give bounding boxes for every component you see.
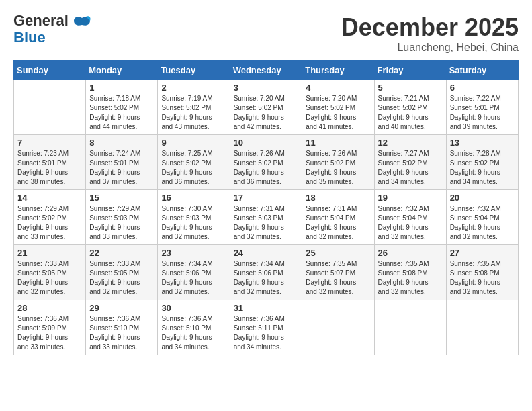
day-number: 29: [89, 303, 154, 313]
calendar-cell: 8Sunrise: 7:24 AM Sunset: 5:01 PM Daylig…: [86, 135, 158, 190]
calendar-cell: 28Sunrise: 7:36 AM Sunset: 5:09 PM Dayli…: [14, 300, 86, 355]
calendar-cell: 29Sunrise: 7:36 AM Sunset: 5:10 PM Dayli…: [86, 300, 158, 355]
day-number: 11: [306, 138, 370, 148]
day-number: 15: [89, 193, 154, 203]
day-number: 9: [161, 138, 226, 148]
calendar-cell: 17Sunrise: 7:31 AM Sunset: 5:03 PM Dayli…: [230, 190, 302, 245]
day-number: 12: [378, 138, 443, 148]
calendar-cell: 9Sunrise: 7:25 AM Sunset: 5:02 PM Daylig…: [158, 135, 230, 190]
calendar-cell: 5Sunrise: 7:21 AM Sunset: 5:02 PM Daylig…: [374, 80, 446, 135]
calendar-week-row: 21Sunrise: 7:33 AM Sunset: 5:05 PM Dayli…: [14, 245, 519, 300]
day-info: Sunrise: 7:35 AM Sunset: 5:08 PM Dayligh…: [450, 259, 515, 297]
day-info: Sunrise: 7:36 AM Sunset: 5:11 PM Dayligh…: [234, 314, 299, 352]
calendar-cell: 7Sunrise: 7:23 AM Sunset: 5:01 PM Daylig…: [14, 135, 86, 190]
day-info: Sunrise: 7:35 AM Sunset: 5:08 PM Dayligh…: [378, 259, 443, 297]
day-info: Sunrise: 7:28 AM Sunset: 5:02 PM Dayligh…: [450, 149, 515, 187]
calendar-cell: 6Sunrise: 7:22 AM Sunset: 5:01 PM Daylig…: [446, 80, 518, 135]
day-number: 25: [306, 248, 370, 258]
day-info: Sunrise: 7:20 AM Sunset: 5:02 PM Dayligh…: [306, 94, 370, 132]
calendar-cell: 14Sunrise: 7:29 AM Sunset: 5:02 PM Dayli…: [14, 190, 86, 245]
calendar-cell: 26Sunrise: 7:35 AM Sunset: 5:08 PM Dayli…: [374, 245, 446, 300]
title-area: December 2025 Luancheng, Hebei, China: [341, 13, 519, 54]
day-info: Sunrise: 7:23 AM Sunset: 5:01 PM Dayligh…: [17, 149, 82, 187]
day-number: 6: [450, 83, 515, 93]
logo-blue-text: Blue: [13, 29, 46, 46]
day-info: Sunrise: 7:32 AM Sunset: 5:04 PM Dayligh…: [378, 204, 443, 242]
day-number: 18: [306, 193, 370, 203]
day-number: 2: [161, 83, 226, 93]
calendar-cell: 18Sunrise: 7:31 AM Sunset: 5:04 PM Dayli…: [302, 190, 374, 245]
calendar-cell: 11Sunrise: 7:26 AM Sunset: 5:02 PM Dayli…: [302, 135, 374, 190]
month-title: December 2025: [341, 13, 519, 42]
calendar-cell: 12Sunrise: 7:27 AM Sunset: 5:02 PM Dayli…: [374, 135, 446, 190]
day-info: Sunrise: 7:29 AM Sunset: 5:03 PM Dayligh…: [89, 204, 154, 242]
day-info: Sunrise: 7:26 AM Sunset: 5:02 PM Dayligh…: [234, 149, 299, 187]
day-number: 31: [234, 303, 299, 313]
calendar-week-row: 28Sunrise: 7:36 AM Sunset: 5:09 PM Dayli…: [14, 300, 519, 355]
day-info: Sunrise: 7:20 AM Sunset: 5:02 PM Dayligh…: [234, 94, 299, 132]
calendar-cell: 21Sunrise: 7:33 AM Sunset: 5:05 PM Dayli…: [14, 245, 86, 300]
calendar-week-row: 7Sunrise: 7:23 AM Sunset: 5:01 PM Daylig…: [14, 135, 519, 190]
day-number: 16: [161, 193, 226, 203]
day-number: 8: [89, 138, 154, 148]
calendar-cell: 30Sunrise: 7:36 AM Sunset: 5:10 PM Dayli…: [158, 300, 230, 355]
logo-general-text: General: [13, 12, 69, 29]
day-info: Sunrise: 7:21 AM Sunset: 5:02 PM Dayligh…: [378, 94, 443, 132]
calendar-cell: 3Sunrise: 7:20 AM Sunset: 5:02 PM Daylig…: [230, 80, 302, 135]
calendar-week-row: 14Sunrise: 7:29 AM Sunset: 5:02 PM Dayli…: [14, 190, 519, 245]
calendar-header-row: SundayMondayTuesdayWednesdayThursdayFrid…: [14, 61, 519, 80]
calendar-cell: 19Sunrise: 7:32 AM Sunset: 5:04 PM Dayli…: [374, 190, 446, 245]
weekday-header-monday: Monday: [86, 61, 158, 80]
day-info: Sunrise: 7:33 AM Sunset: 5:05 PM Dayligh…: [89, 259, 154, 297]
day-number: 17: [234, 193, 299, 203]
day-info: Sunrise: 7:25 AM Sunset: 5:02 PM Dayligh…: [161, 149, 226, 187]
day-number: 19: [378, 193, 443, 203]
day-info: Sunrise: 7:30 AM Sunset: 5:03 PM Dayligh…: [161, 204, 226, 242]
day-info: Sunrise: 7:31 AM Sunset: 5:03 PM Dayligh…: [234, 204, 299, 242]
calendar-cell: 10Sunrise: 7:26 AM Sunset: 5:02 PM Dayli…: [230, 135, 302, 190]
calendar-cell: 23Sunrise: 7:34 AM Sunset: 5:06 PM Dayli…: [158, 245, 230, 300]
calendar-cell: [446, 300, 518, 355]
location-title: Luancheng, Hebei, China: [341, 42, 519, 54]
day-info: Sunrise: 7:35 AM Sunset: 5:07 PM Dayligh…: [306, 259, 370, 297]
day-number: 26: [378, 248, 443, 258]
day-info: Sunrise: 7:19 AM Sunset: 5:02 PM Dayligh…: [161, 94, 226, 132]
calendar-cell: 20Sunrise: 7:32 AM Sunset: 5:04 PM Dayli…: [446, 190, 518, 245]
weekday-header-saturday: Saturday: [446, 61, 518, 80]
calendar-cell: 13Sunrise: 7:28 AM Sunset: 5:02 PM Dayli…: [446, 135, 518, 190]
day-number: 23: [161, 248, 226, 258]
logo: General Blue: [13, 13, 91, 45]
day-number: 3: [234, 83, 299, 93]
day-info: Sunrise: 7:27 AM Sunset: 5:02 PM Dayligh…: [378, 149, 443, 187]
day-info: Sunrise: 7:26 AM Sunset: 5:02 PM Dayligh…: [306, 149, 370, 187]
calendar-cell: [374, 300, 446, 355]
day-info: Sunrise: 7:36 AM Sunset: 5:09 PM Dayligh…: [17, 314, 82, 352]
day-number: 14: [17, 193, 82, 203]
day-info: Sunrise: 7:31 AM Sunset: 5:04 PM Dayligh…: [306, 204, 370, 242]
day-number: 1: [89, 83, 154, 93]
weekday-header-thursday: Thursday: [302, 61, 374, 80]
calendar-cell: [14, 80, 86, 135]
weekday-header-wednesday: Wednesday: [230, 61, 302, 80]
day-info: Sunrise: 7:22 AM Sunset: 5:01 PM Dayligh…: [450, 94, 515, 132]
calendar-week-row: 1Sunrise: 7:18 AM Sunset: 5:02 PM Daylig…: [14, 80, 519, 135]
day-number: 5: [378, 83, 443, 93]
day-number: 27: [450, 248, 515, 258]
day-info: Sunrise: 7:18 AM Sunset: 5:02 PM Dayligh…: [89, 94, 154, 132]
day-number: 22: [89, 248, 154, 258]
page-header: General Blue December 2025 Luancheng, He…: [13, 13, 519, 54]
day-number: 30: [161, 303, 226, 313]
calendar-cell: 4Sunrise: 7:20 AM Sunset: 5:02 PM Daylig…: [302, 80, 374, 135]
calendar-cell: 1Sunrise: 7:18 AM Sunset: 5:02 PM Daylig…: [86, 80, 158, 135]
calendar-cell: 27Sunrise: 7:35 AM Sunset: 5:08 PM Dayli…: [446, 245, 518, 300]
day-number: 13: [450, 138, 515, 148]
calendar-cell: 22Sunrise: 7:33 AM Sunset: 5:05 PM Dayli…: [86, 245, 158, 300]
day-info: Sunrise: 7:36 AM Sunset: 5:10 PM Dayligh…: [161, 314, 226, 352]
day-number: 28: [17, 303, 82, 313]
day-info: Sunrise: 7:36 AM Sunset: 5:10 PM Dayligh…: [89, 314, 154, 352]
day-number: 20: [450, 193, 515, 203]
calendar-cell: [302, 300, 374, 355]
logo-bird-icon: [73, 15, 91, 30]
calendar-cell: 31Sunrise: 7:36 AM Sunset: 5:11 PM Dayli…: [230, 300, 302, 355]
day-number: 7: [17, 138, 82, 148]
